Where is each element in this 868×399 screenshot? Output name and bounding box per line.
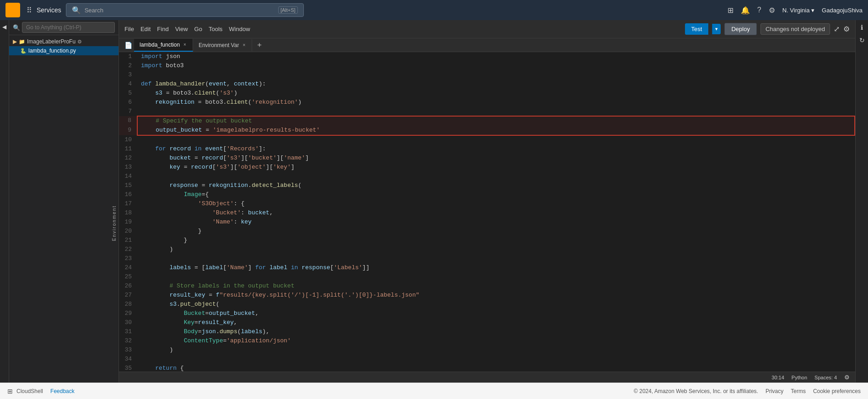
folder-arrow-icon: ▶ [13, 38, 17, 45]
nav-right: ⊞ 🔔 ? ⚙ N. Virginia ▾ GadagojuShiva [728, 6, 863, 15]
right-panel: ℹ ↻ [855, 20, 868, 383]
help-icon[interactable]: ? [757, 6, 761, 14]
menu-go[interactable]: Go [194, 26, 202, 32]
table-row: 20 } [119, 227, 855, 236]
search-icon: 🔍 [72, 6, 81, 15]
cloudshell-label[interactable]: CloudShell [16, 388, 43, 394]
tab-close-env[interactable]: × [242, 42, 246, 48]
status-gear-icon[interactable]: ⚙ [844, 374, 850, 381]
menu-file[interactable]: File [124, 26, 134, 32]
search-input[interactable] [85, 7, 275, 14]
tab-close-lambda[interactable]: × [183, 42, 187, 48]
spaces-setting[interactable]: Spaces: 4 [814, 375, 837, 380]
footer-left: ⊞ CloudShell Feedback [7, 388, 75, 395]
menu-edit[interactable]: Edit [140, 26, 151, 32]
aws-logo[interactable] [5, 3, 20, 17]
folder-name: ImageLabelerProFu [27, 38, 75, 45]
table-row: 2 import boto3 [119, 61, 855, 70]
test-dropdown-button[interactable]: ▾ [712, 24, 721, 34]
folder-item[interactable]: ▶ 📁 ImageLabelerProFu ⚙ [9, 37, 119, 46]
settings-icon[interactable]: ⚙ [769, 6, 775, 15]
table-row: 12 bucket = record['s3']['bucket']['name… [119, 154, 855, 163]
add-tab-button[interactable]: ＋ [252, 38, 267, 52]
bell-icon[interactable]: 🔔 [741, 6, 750, 15]
table-row: 4 def lambda_handler(event, context): [119, 80, 855, 89]
collapse-sidebar-button[interactable]: ◀ [2, 24, 6, 30]
editor-toolbar: File Edit Find View Go Tools Window Test… [119, 20, 855, 38]
table-row: 30 Key=result_key, [119, 318, 855, 327]
menu-items: File Edit Find View Go Tools Window [124, 26, 250, 32]
code-editor[interactable]: 1 import json 2 import boto3 3 [119, 52, 855, 372]
code-table: 1 import json 2 import boto3 3 [119, 52, 855, 372]
editor-area: File Edit Find View Go Tools Window Test… [119, 20, 855, 383]
nav-region[interactable]: N. Virginia ▾ [782, 7, 814, 14]
table-row: 16 Image={ [119, 190, 855, 199]
menu-tools[interactable]: Tools [209, 26, 222, 32]
search-bar[interactable]: 🔍 [Alt+S] [66, 3, 304, 17]
table-row: 27 result_key = f"results/{key.split('/'… [119, 291, 855, 300]
test-button[interactable]: Test [685, 23, 709, 35]
footer: ⊞ CloudShell Feedback © 2024, Amazon Web… [0, 383, 868, 399]
file-icon: 🐍 [20, 48, 27, 54]
table-row: 28 s3.put_object( [119, 300, 855, 309]
top-navigation: ⠿ Services 🔍 [Alt+S] ⊞ 🔔 ? ⚙ N. Virginia… [0, 0, 868, 20]
file-item-lambda[interactable]: 🐍 lambda_function.py [9, 46, 119, 55]
table-row: 11 for record in event['Records']: [119, 144, 855, 154]
table-row: 29 Bucket=output_bucket, [119, 309, 855, 318]
table-row: 8 # Specify the output bucket [119, 116, 855, 126]
sidebar-toolbar: 🔍 [9, 20, 119, 35]
table-row: 13 key = record['s3']['object']['key'] [119, 163, 855, 172]
toolbar-right: ⤢ ⚙ [834, 25, 850, 33]
search-shortcut: [Alt+S] [278, 6, 298, 14]
footer-copyright: © 2024, Amazon Web Services, Inc. or its… [634, 388, 758, 394]
table-row: 3 [119, 70, 855, 80]
table-row: 10 [119, 135, 855, 144]
menu-find[interactable]: Find [157, 26, 168, 32]
cloudshell-nav-icon[interactable]: ⊞ [728, 6, 733, 15]
table-row: 1 import json [119, 52, 855, 61]
goto-anything-input[interactable] [22, 22, 115, 33]
cloudshell-footer-icon: ⊞ [7, 388, 13, 395]
table-row: 25 [119, 272, 855, 282]
search-sidebar-icon[interactable]: 🔍 [13, 24, 20, 31]
cookies-link[interactable]: Cookie preferences [813, 388, 861, 394]
info-icon[interactable]: ℹ [861, 24, 863, 31]
table-row: 31 Body=json.dumps(labels), [119, 327, 855, 336]
tabs-bar: 📄 lambda_function × Environment Var × ＋ [119, 38, 855, 52]
changes-badge: Changes not deployed [760, 23, 830, 35]
tab-label-env: Environment Var [199, 42, 239, 48]
menu-window[interactable]: Window [229, 26, 250, 32]
menu-view[interactable]: View [175, 26, 188, 32]
environment-label: Environment [111, 202, 118, 245]
docs-icon: 📄 [123, 39, 134, 52]
deploy-button[interactable]: Deploy [724, 23, 756, 35]
table-row: 14 [119, 172, 855, 181]
services-label[interactable]: Services [37, 6, 61, 14]
folder-icon: 📁 [19, 39, 25, 45]
tab-environment-var[interactable]: Environment Var × [193, 39, 252, 51]
tab-label-lambda: lambda_function [140, 42, 180, 48]
terms-link[interactable]: Terms [791, 388, 806, 394]
footer-right: © 2024, Amazon Web Services, Inc. or its… [634, 388, 861, 394]
status-bar: 30:14 Python Spaces: 4 ⚙ [119, 372, 855, 383]
nav-user[interactable]: GadagojuShiva [822, 7, 863, 14]
table-row: 19 'Name': key [119, 218, 855, 227]
table-row: 23 [119, 254, 855, 263]
refresh-icon[interactable]: ↻ [859, 37, 865, 44]
sidebar: 🔍 ▶ 📁 ImageLabelerProFu ⚙ 🐍 lambda_funct… [9, 20, 119, 383]
file-name: lambda_function.py [28, 48, 76, 54]
fullscreen-icon[interactable]: ⤢ [834, 25, 840, 33]
tab-lambda-function[interactable]: lambda_function × [134, 39, 193, 52]
language-mode[interactable]: Python [792, 375, 807, 380]
privacy-link[interactable]: Privacy [766, 388, 783, 394]
cursor-position[interactable]: 30:14 [771, 375, 784, 380]
grid-icon[interactable]: ⠿ [27, 6, 32, 15]
side-panel-toggle: ◀ [0, 20, 9, 383]
preferences-icon[interactable]: ⚙ [843, 25, 850, 33]
folder-gear-icon[interactable]: ⚙ [77, 39, 82, 45]
main-container: ◀ 🔍 ▶ 📁 ImageLabelerProFu ⚙ 🐍 lambda_fun… [0, 20, 868, 383]
table-row: 15 response = rekognition.detect_labels( [119, 181, 855, 190]
sidebar-content: ▶ 📁 ImageLabelerProFu ⚙ 🐍 lambda_functio… [9, 35, 119, 383]
feedback-link[interactable]: Feedback [50, 388, 75, 394]
table-row: 24 labels = [label['Name'] for label in … [119, 263, 855, 272]
